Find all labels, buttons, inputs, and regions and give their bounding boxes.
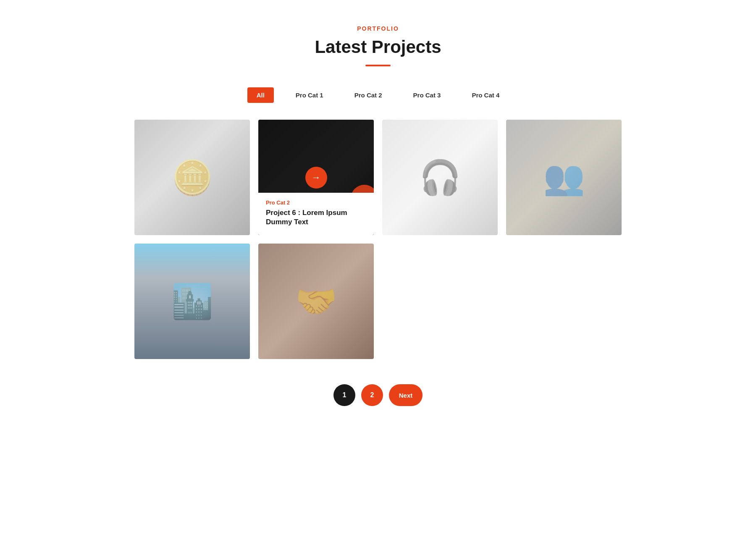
card-info: Pro Cat 2 Project 6 : Lorem Ipsum Dummy … [258, 193, 374, 235]
empty-slot-2 [506, 244, 622, 359]
page-button-2[interactable]: 2 [361, 384, 383, 406]
filter-cat1[interactable]: Pro Cat 1 [286, 87, 333, 103]
filter-cat2[interactable]: Pro Cat 2 [345, 87, 391, 103]
title-underline [365, 65, 391, 66]
next-button[interactable]: Next [389, 384, 423, 406]
project-card-4[interactable] [506, 120, 622, 235]
section-label: PORTFOLIO [134, 25, 622, 32]
filter-cat4[interactable]: Pro Cat 4 [462, 87, 509, 103]
page-wrapper: PORTFOLIO Latest Projects All Pro Cat 1 … [126, 0, 630, 440]
project-grid-row2 [134, 244, 622, 359]
arrow-right-icon: → [305, 167, 327, 189]
page-button-1[interactable]: 1 [333, 384, 355, 406]
empty-slot-1 [382, 244, 498, 359]
project-card-3[interactable] [382, 120, 498, 235]
filter-all[interactable]: All [247, 87, 274, 103]
project-card-5[interactable] [134, 244, 250, 359]
project-card-7[interactable] [258, 244, 374, 359]
project-card-6[interactable]: → Pro Cat 2 Project 6 : Lorem Ipsum Dumm… [258, 120, 374, 235]
section-title: Latest Projects [134, 37, 622, 57]
filter-cat3[interactable]: Pro Cat 3 [404, 87, 450, 103]
card-category: Pro Cat 2 [266, 199, 366, 206]
filter-bar: All Pro Cat 1 Pro Cat 2 Pro Cat 3 Pro Ca… [134, 87, 622, 103]
project-grid-row1: → Pro Cat 2 Project 6 : Lorem Ipsum Dumm… [134, 120, 622, 235]
card-title: Project 6 : Lorem Ipsum Dummy Text [266, 208, 366, 227]
project-card-1[interactable] [134, 120, 250, 235]
pagination: 1 2 Next [134, 384, 622, 406]
